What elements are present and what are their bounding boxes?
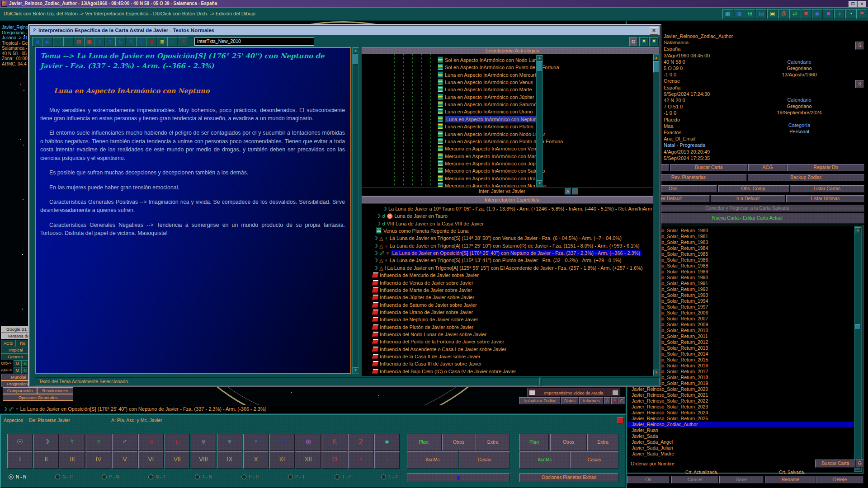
encyclopedia-scrollbar[interactable]: ▲▼: [536, 55, 543, 187]
radio-T-N[interactable]: T - N: [195, 474, 212, 480]
chart-list-item[interactable]: Javier_Reinoso_Solar_Return_2017: [627, 369, 859, 375]
interpretation-item-label[interactable]: Influencia de Plutón de Javier sobre Jav…: [380, 324, 473, 330]
encyclopedia-item[interactable]: Mercurio en Aspecto InArmónico con Júpit…: [362, 160, 660, 167]
interpretation-item[interactable]: ☽ ☌ ♉ Luna de Javier en Tauro: [362, 212, 660, 220]
save-icon[interactable]: [639, 37, 649, 47]
interpretation-item[interactable]: Influencia de la Casa II de Javier sobre…: [362, 353, 660, 360]
house-10[interactable]: X: [243, 451, 269, 469]
delete-icon[interactable]: ✕: [167, 37, 178, 47]
chart-list-item[interactable]: Javier_Reinoso_Solar_Return_1985: [627, 251, 859, 257]
encyclopedia-item[interactable]: Mercurio en Aspecto InArmónico con Venus: [362, 145, 660, 152]
encyclopedia-item-label[interactable]: Sol en Aspecto InArmónico con Nodo Lunar: [445, 57, 541, 63]
m-toggle[interactable]: M: [14, 367, 21, 374]
s-button-1[interactable]: S: [855, 80, 864, 88]
radio-N-T[interactable]: N - T: [148, 474, 165, 480]
last-icon[interactable]: ▶: [42, 37, 53, 47]
radio-N-P[interactable]: N - P: [55, 474, 73, 480]
doc-icon[interactable]: ≣: [157, 37, 167, 47]
encyclopedia-item[interactable]: Luna en Aspecto InArmónico con Júpiter: [362, 94, 660, 101]
encyclopedia-item[interactable]: Luna en Aspecto InArmónico con Marte: [362, 86, 660, 93]
table-icon[interactable]: ▦: [722, 9, 733, 19]
sidebar-button-acg[interactable]: ACG: [1, 340, 15, 347]
radio-P-P[interactable]: P - P: [241, 474, 259, 480]
encyclopedia-item-label[interactable]: Luna en Aspecto InArmónico con Plutón: [445, 124, 533, 129]
vesta-icon[interactable]: ∗: [374, 434, 400, 451]
group-button-otros[interactable]: Otros: [550, 434, 587, 451]
scroll-thumb[interactable]: [353, 54, 359, 65]
interpretation-item[interactable]: ☽ △ ♀ La Luna de Javier en Trígono[S] (1…: [362, 235, 660, 242]
palette-icon[interactable]: ▦: [84, 37, 94, 47]
scroll-up-icon[interactable]: ▲: [653, 55, 659, 61]
encyclopedia-item-label[interactable]: Luna en Aspecto InArmónico con Neptuno: [445, 116, 541, 122]
encyclopedia-item[interactable]: Sol en Aspecto InArmónico con Punto de l…: [362, 64, 660, 71]
scroll-down-icon[interactable]: ▼: [537, 180, 542, 186]
swap-icon[interactable]: ⇄: [789, 9, 800, 19]
chart-list-item[interactable]: Javier_Sada: [627, 433, 859, 439]
panel-red-button[interactable]: [618, 417, 624, 423]
chart-list-item[interactable]: Javier_Reinoso_Solar_Return_1997: [627, 304, 859, 310]
encyclopedia-item[interactable]: Luna en Aspecto InArmónico con Saturno: [362, 101, 660, 108]
bottom-button-rename[interactable]: Rename: [765, 476, 816, 483]
interpretation-item[interactable]: Influencia del Nodo Lunar de Javier sobr…: [362, 331, 660, 338]
g-button[interactable]: G: [629, 37, 637, 47]
undo-icon[interactable]: ↰: [126, 37, 136, 47]
encyclopedia-item[interactable]: Mercurio en Aspecto InArmónico con Neptu…: [362, 182, 660, 187]
encyclopedia-item[interactable]: Mercurio en Aspecto InArmónico con Satur…: [362, 167, 660, 174]
up-icon[interactable]: ↥: [105, 37, 115, 47]
group-button-ascmc[interactable]: AscMc: [407, 451, 458, 469]
radio-dot[interactable]: [335, 474, 340, 479]
lilith2-icon[interactable]: ♀: [348, 451, 373, 469]
scroll-up-icon[interactable]: ▲: [537, 55, 542, 61]
house-6[interactable]: VI: [138, 451, 164, 469]
right-button-ir-a-default[interactable]: Ir a Default: [711, 195, 785, 202]
interpretation-item[interactable]: Influencia del Ascendente o Casa I de Ja…: [362, 346, 660, 353]
right-button-nueva-carta-editar-carta-actual[interactable]: Nueva Carta - Editar Carta Actual: [630, 213, 864, 224]
encyclopedia-item[interactable]: Luna en Aspecto InArmónico con Plutón: [362, 123, 660, 130]
encyclopedia-item-label[interactable]: Luna en Aspecto InArmónico con Urano: [445, 109, 533, 114]
dialog-title-bar[interactable]: ?Interpretación Específica de la Carta A…: [30, 26, 660, 35]
radio-N-N[interactable]: N - N: [9, 474, 26, 480]
chart-list-item[interactable]: Javier_Reinoso_Solar_Return_2022: [627, 398, 859, 404]
chart-list-scrollbar[interactable]: ▲▼: [854, 226, 862, 472]
house-12[interactable]: XII: [296, 451, 321, 469]
encyclopedia-item-label[interactable]: Luna en Aspecto InArmónico con Nodo Luna…: [445, 131, 545, 137]
group-button-otros[interactable]: Otros: [442, 434, 475, 451]
group-button-extra[interactable]: Extra: [587, 434, 618, 451]
rows-icon[interactable]: ▤: [756, 9, 767, 19]
interpretation-item[interactable]: Influencia del Punto de la Fortuna de Ja…: [362, 338, 660, 345]
chart-list-item[interactable]: Javier_Reinoso_Solar_Return_2010: [627, 328, 859, 333]
intertxts-field[interactable]: InterTxts_New_2010: [194, 38, 314, 46]
g-bottom-button[interactable]: G: [856, 460, 864, 468]
encyclopedia-item-label[interactable]: Mercurio en Aspecto InArmónico con Júpit…: [445, 161, 542, 166]
chart-list-item[interactable]: Javier_Reinoso_Solar_Return_1989: [627, 269, 859, 275]
s-button-0[interactable]: S: [855, 42, 864, 50]
interpretation-item-label[interactable]: Influencia de la Casa II de Javier sobre…: [380, 354, 481, 359]
chart-list-item[interactable]: Javier_Reinoso_Solar_Return_1993: [627, 292, 859, 298]
radio-dot[interactable]: [288, 474, 293, 479]
bottom-button-delete[interactable]: Delete: [816, 476, 863, 483]
fortune-icon[interactable]: ⊕: [296, 434, 321, 451]
chart-list-item[interactable]: Javier_Reinoso_Solar_Return_1981: [627, 234, 859, 239]
sidebar-button-opciones-generales[interactable]: Opciones Generales: [3, 394, 73, 401]
house-1[interactable]: I: [7, 451, 33, 469]
interpretation-item[interactable]: Influencia de Urano de Javier sobre Javi…: [362, 309, 660, 316]
right-button-listar-cartas[interactable]: Listar Cartas: [790, 185, 864, 192]
uranus-icon[interactable]: ♅: [191, 434, 216, 451]
chart-list-item[interactable]: Javier_Reinoso_Solar_Return_1992: [627, 286, 859, 292]
chart-list-item[interactable]: Javier_Reinoso_Solar_Return_2009: [627, 322, 859, 328]
encyclopedia-item[interactable]: Luna en Aspecto InArmónico con Punto de …: [362, 138, 660, 145]
encyclopedia-item-label[interactable]: Mercurio en Aspecto InArmónico con Satur…: [445, 168, 545, 174]
close-doc-icon[interactable]: ✖: [801, 9, 811, 19]
buscar-carta-bottom-button[interactable]: Buscar Carta: [815, 460, 856, 468]
m-toggle[interactable]: M: [14, 360, 21, 367]
chart-list-item[interactable]: Javier_Ruan: [627, 427, 859, 433]
close-button[interactable]: ✕: [858, 1, 866, 7]
right-button-obs-comp-[interactable]: Obs. Comp.: [718, 185, 789, 192]
interpretation-item-label[interactable]: Influencia de Marte de Javier sobre Javi…: [380, 287, 472, 293]
chart-list-item[interactable]: Javier_Reinoso_Solar_Return_1983: [627, 239, 859, 245]
paren-red-icon[interactable]: (): [146, 37, 157, 47]
interpretation-item-label[interactable]: Influencia de Júpiter de Javier sobre Ja…: [380, 295, 474, 300]
chart-list-item[interactable]: Javier_Sada_Madre: [627, 451, 859, 457]
radio-dot[interactable]: [381, 474, 386, 479]
planet-extra-slider[interactable]: [407, 473, 510, 482]
